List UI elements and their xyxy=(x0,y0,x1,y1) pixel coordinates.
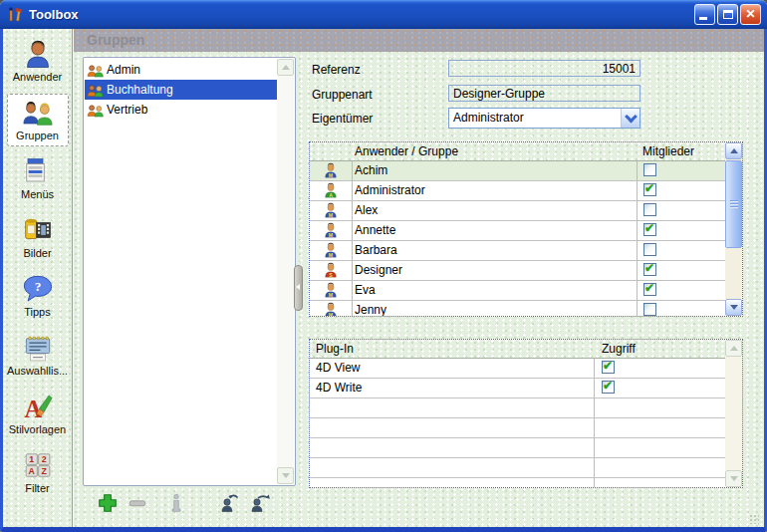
member-checkbox[interactable] xyxy=(643,203,656,216)
table-row-alex[interactable]: MAlex xyxy=(310,201,725,221)
plugin-name: 4D Write xyxy=(316,381,362,395)
plugin-scroll-track[interactable] xyxy=(725,357,742,470)
maximize-button[interactable] xyxy=(717,4,738,25)
group-list-scroll-down[interactable] xyxy=(277,467,294,484)
group-list-scroll-up[interactable] xyxy=(277,59,294,76)
table-row-achim[interactable]: MAchim xyxy=(310,161,725,181)
plugin-checkbox[interactable]: ✔ xyxy=(602,381,615,394)
splitter-handle[interactable] xyxy=(294,265,303,311)
group-list-item-admin[interactable]: Admin xyxy=(85,60,277,80)
maximize-icon xyxy=(723,10,733,19)
member-checkbox[interactable]: ✔ xyxy=(643,223,656,236)
info-item-button[interactable] xyxy=(165,492,187,514)
sidebar-item-label: Anwender xyxy=(13,71,63,83)
member-checkbox[interactable]: ✔ xyxy=(643,283,656,296)
member-name: Jenny xyxy=(355,303,386,317)
svg-text:?: ? xyxy=(34,279,41,294)
svg-text:1: 1 xyxy=(29,454,34,464)
member-name: Administrator xyxy=(355,183,425,197)
sidebar-item-label: Stilvorlagen xyxy=(9,423,66,435)
table-row-administrator[interactable]: AAdministrator✔ xyxy=(310,181,725,201)
toolbox-icon xyxy=(7,6,24,23)
picklist-icon xyxy=(22,333,54,363)
user-green-a-icon: A xyxy=(323,182,339,198)
member-checkbox[interactable] xyxy=(643,163,656,176)
column-plugin: Plug-In xyxy=(316,342,354,356)
table-row-4d-write[interactable]: 4D Write✔ xyxy=(310,379,725,399)
sidebar-item-label: Filter xyxy=(25,482,49,494)
user-icon xyxy=(22,39,54,69)
sidebar-item-label: Menüs xyxy=(21,188,54,200)
sidebar-item-label: Bilder xyxy=(23,247,51,259)
user-export-button[interactable] xyxy=(249,492,271,514)
sidebar-item-filter[interactable]: 12AZFilter xyxy=(7,446,69,499)
user-blue-icon: M xyxy=(323,242,339,258)
svg-text:A: A xyxy=(28,466,35,476)
group-list-scroll-track[interactable] xyxy=(277,76,294,467)
page-title: Gruppen xyxy=(73,29,764,52)
sidebar-item-label: Tipps xyxy=(24,306,51,318)
minimize-button[interactable] xyxy=(694,4,715,25)
remove-item-button[interactable] xyxy=(127,492,148,514)
close-icon: ✕ xyxy=(741,5,760,24)
group-list-item-vertrieb[interactable]: Vertrieb xyxy=(85,100,277,120)
table-row-barbara[interactable]: MBarbara xyxy=(310,241,725,261)
svg-text:M: M xyxy=(329,232,333,238)
column-zugriff: Zugriff xyxy=(602,342,636,356)
minimize-icon xyxy=(699,17,707,20)
member-checkbox[interactable] xyxy=(643,243,656,256)
table-row-4d-view[interactable]: 4D View✔ xyxy=(310,359,725,379)
member-name: Annette xyxy=(355,223,395,237)
chevron-down-icon[interactable] xyxy=(621,109,639,128)
member-checkbox[interactable] xyxy=(643,303,656,316)
table-row-eva[interactable]: MEva✔ xyxy=(310,281,725,301)
svg-text:M: M xyxy=(329,292,333,298)
table-row-annette[interactable]: MAnnette✔ xyxy=(310,221,725,241)
sidebar-item-tipps[interactable]: ?Tipps xyxy=(7,270,69,323)
table-row-designer[interactable]: SDesigner✔ xyxy=(310,261,725,281)
referenz-field[interactable]: 15001 xyxy=(448,60,640,77)
member-checkbox[interactable]: ✔ xyxy=(643,183,656,196)
user-import-button[interactable] xyxy=(219,492,241,514)
toolbox-window: Toolbox ✕ Gruppen AnwenderGruppenMenüsBi… xyxy=(0,0,767,532)
plugin-name: 4D View xyxy=(316,361,360,375)
images-icon xyxy=(22,215,54,245)
table-row-empty xyxy=(310,399,725,418)
members-table-header: Anwender / Gruppe Mitglieder xyxy=(310,142,725,161)
sidebar-item-auswahllis[interactable]: Auswahllis... xyxy=(7,329,69,382)
member-name: Eva xyxy=(355,283,376,297)
svg-text:Z: Z xyxy=(41,466,47,476)
svg-text:M: M xyxy=(329,212,333,218)
styles-icon: A xyxy=(22,392,54,421)
plugin-scroll-down[interactable] xyxy=(725,470,742,487)
close-button[interactable]: ✕ xyxy=(740,4,761,25)
member-checkbox[interactable]: ✔ xyxy=(643,263,656,276)
title-bar[interactable]: Toolbox ✕ xyxy=(0,0,767,29)
add-item-button[interactable] xyxy=(97,492,119,514)
plugin-checkbox[interactable]: ✔ xyxy=(602,361,615,374)
page-header: Gruppen xyxy=(73,29,764,52)
table-row-jenny[interactable]: MJenny xyxy=(310,301,725,317)
members-scroll-thumb[interactable] xyxy=(725,160,742,248)
svg-text:M: M xyxy=(329,312,333,317)
sidebar-item-stilvorlagen[interactable]: AStilvorlagen xyxy=(7,388,69,440)
resize-grip[interactable] xyxy=(749,514,759,524)
plugin-scroll-up[interactable] xyxy=(725,340,742,357)
svg-text:2: 2 xyxy=(41,454,46,464)
members-scroll-down[interactable] xyxy=(725,299,742,316)
group-list-item-buchhaltung[interactable]: Buchhaltung xyxy=(85,80,277,100)
group-item-label: Admin xyxy=(107,63,140,77)
sidebar-item-gruppen[interactable]: Gruppen xyxy=(7,94,69,146)
sidebar-item-bilder[interactable]: Bilder xyxy=(7,211,69,264)
sidebar-item-men-s[interactable]: Menüs xyxy=(7,152,69,205)
table-row-empty xyxy=(310,418,725,438)
gruppenart-field[interactable]: Designer-Gruppe xyxy=(448,85,640,102)
svg-text:M: M xyxy=(329,172,333,178)
filter-icon: 12AZ xyxy=(22,450,54,480)
eigentuemer-dropdown[interactable]: Administrator xyxy=(448,108,640,129)
members-scroll-up[interactable] xyxy=(725,142,742,159)
member-name: Alex xyxy=(355,203,378,217)
table-row-empty xyxy=(310,438,725,458)
sidebar-item-anwender[interactable]: Anwender xyxy=(7,35,69,88)
eigentuemer-label: Eigentümer xyxy=(312,112,373,126)
